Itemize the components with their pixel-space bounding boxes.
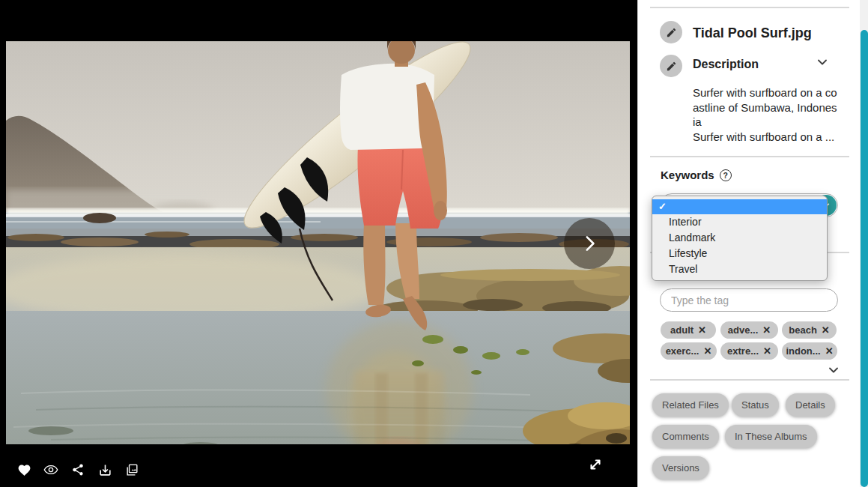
remove-tag-icon[interactable]: ✕ [822, 324, 830, 336]
help-icon[interactable]: ? [720, 169, 732, 181]
versions-button[interactable]: Versions [652, 456, 709, 480]
image-viewer [0, 0, 637, 487]
details-panel: Tidal Pool Surf.jpg Description Surfer w… [637, 0, 868, 487]
preview-button[interactable] [41, 460, 61, 480]
copy-image-button[interactable] [122, 460, 142, 480]
chevron-down-icon [815, 55, 830, 70]
related-files-button[interactable]: Related Files [652, 393, 729, 417]
surf-photo [6, 41, 630, 444]
collapse-description-button[interactable] [813, 53, 831, 71]
remove-tag-icon[interactable]: ✕ [825, 345, 834, 357]
tag-chip: adve... ✕ [720, 321, 778, 339]
eye-icon [43, 462, 58, 477]
tag-label: adve... [728, 324, 758, 336]
download-button[interactable] [95, 460, 115, 480]
tag-label: adult [670, 324, 694, 336]
expand-tags-button[interactable] [825, 361, 843, 379]
edit-description-button[interactable] [660, 55, 682, 77]
file-title: Tidal Pool Surf.jpg [693, 22, 858, 43]
remove-tag-icon[interactable]: ✕ [703, 345, 711, 357]
description-text: Surfer with surfboard on a co astline of… [693, 85, 853, 144]
dropdown-option[interactable]: Lifestyle [652, 246, 827, 261]
next-image-button[interactable] [564, 218, 615, 269]
share-icon [71, 463, 85, 477]
remove-tag-icon[interactable]: ✕ [763, 345, 771, 357]
tag-chip: beach ✕ [782, 321, 837, 339]
in-these-albums-button[interactable]: In These Albums [725, 425, 817, 448]
tag-label: indon... [786, 345, 820, 357]
keywords-header: Keywords ? [661, 169, 732, 181]
tag-label: extre... [727, 345, 759, 357]
dropdown-option[interactable]: Landmark [652, 230, 827, 246]
tag-chip: adult ✕ [661, 321, 716, 339]
keywords-label: Keywords [661, 169, 714, 181]
heart-icon [17, 463, 31, 477]
comments-button[interactable]: Comments [652, 425, 719, 448]
chevron-down-icon [826, 363, 841, 378]
dropdown-option[interactable]: Interior [652, 214, 827, 230]
dropdown-option-selected[interactable]: ✓ [652, 199, 827, 214]
tag-chip: extre... ✕ [720, 342, 778, 360]
description-label: Description [693, 58, 759, 71]
download-icon [98, 463, 112, 477]
remove-tag-icon[interactable]: ✕ [762, 324, 771, 336]
tag-input[interactable] [660, 288, 838, 312]
tag-chip: exerc... ✕ [661, 342, 717, 360]
dropdown-option[interactable]: Travel [652, 261, 827, 277]
chevron-right-icon [580, 234, 599, 253]
favorite-button[interactable] [14, 460, 34, 480]
remove-tag-icon[interactable]: ✕ [698, 324, 706, 336]
status-button[interactable]: Status [732, 393, 779, 417]
scrollbar-thumb[interactable] [861, 30, 868, 487]
category-dropdown: ✓ Interior Landmark Lifestyle Travel [652, 196, 828, 281]
divider [650, 379, 849, 381]
divider [650, 156, 849, 157]
share-button[interactable] [68, 460, 88, 480]
asset-detail-view: Tidal Pool Surf.jpg Description Surfer w… [0, 0, 868, 487]
fullscreen-button[interactable] [584, 453, 607, 476]
expand-icon [587, 456, 604, 473]
check-icon: ✓ [658, 201, 667, 212]
pencil-icon [666, 61, 677, 72]
tag-label: exerc... [666, 345, 699, 357]
copy-image-icon [125, 463, 139, 477]
scrollbar-track[interactable] [860, 0, 868, 487]
viewer-toolbar [0, 456, 637, 487]
tag-label: beach [789, 324, 817, 336]
edit-title-button[interactable] [660, 21, 682, 43]
tag-chip: indon... ✕ [782, 342, 837, 360]
pencil-icon [666, 27, 677, 38]
divider [650, 7, 849, 8]
details-button[interactable]: Details [786, 393, 835, 417]
asset-preview-image [6, 41, 630, 444]
